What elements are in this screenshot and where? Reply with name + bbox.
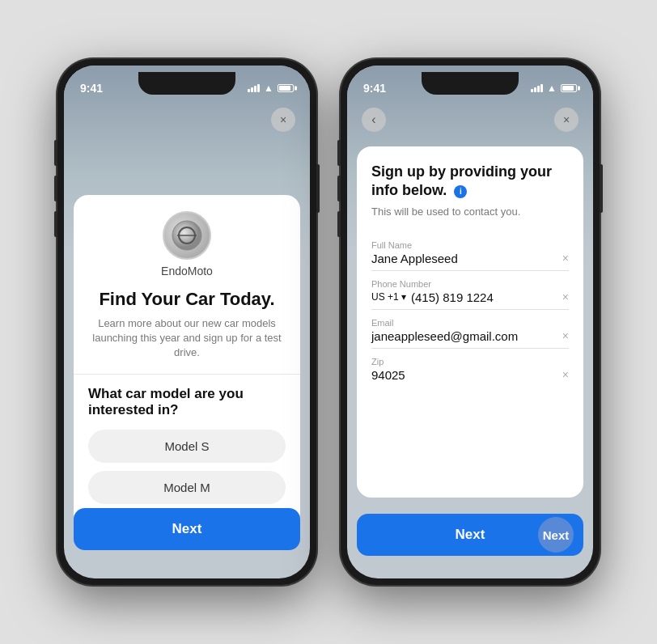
back-icon: ‹ bbox=[371, 112, 375, 127]
phone-2-screen: 9:41 ▲ ‹ × bbox=[347, 66, 593, 578]
card-1: EndoMoto Find Your Car Today. Learn more… bbox=[74, 195, 300, 528]
email-field[interactable]: Email janeappleseed@gmail.com × bbox=[371, 310, 569, 349]
email-value: janeappleseed@gmail.com × bbox=[371, 329, 569, 343]
option-model-m[interactable]: Model M bbox=[88, 471, 286, 504]
next-button-2[interactable]: Next Next bbox=[357, 514, 583, 556]
close-button-1[interactable]: × bbox=[271, 108, 295, 132]
form-title: Sign up by providing your info below. i bbox=[371, 163, 569, 201]
full-name-label: Full Name bbox=[371, 240, 569, 250]
logo-area: EndoMoto bbox=[88, 211, 286, 278]
card-desc-1: Learn more about our new car models laun… bbox=[88, 316, 286, 361]
next-button-1[interactable]: Next bbox=[74, 508, 300, 550]
signal-icon-1 bbox=[248, 84, 260, 92]
notch-2 bbox=[422, 72, 519, 95]
brand-name: EndoMoto bbox=[161, 265, 213, 278]
phone-prefix: US +1 ▾ bbox=[371, 291, 406, 303]
phone-field[interactable]: Phone Number US +1 ▾ (415) 819 1224 × bbox=[371, 271, 569, 310]
full-name-value: Jane Appleseed × bbox=[371, 252, 569, 265]
phone-2: 9:41 ▲ ‹ × bbox=[341, 59, 600, 585]
question-text: What car model are you interested in? bbox=[88, 386, 286, 418]
zip-value: 94025 × bbox=[371, 368, 569, 382]
signal-icon-2 bbox=[531, 84, 543, 92]
battery-icon-2 bbox=[561, 84, 577, 92]
option-model-s[interactable]: Model S bbox=[88, 430, 286, 463]
card-title-1: Find Your Car Today. bbox=[88, 289, 286, 310]
phone-1-screen: 9:41 ▲ × bbox=[64, 66, 310, 578]
form-subtitle: This will be used to contact you. bbox=[371, 205, 569, 218]
close-button-2[interactable]: × bbox=[554, 108, 579, 132]
brand-logo bbox=[163, 211, 211, 260]
wifi-icon-2: ▲ bbox=[547, 83, 557, 94]
phone-1: 9:41 ▲ × bbox=[57, 59, 316, 585]
info-icon[interactable]: i bbox=[454, 185, 467, 198]
full-name-field[interactable]: Full Name Jane Appleseed × bbox=[371, 232, 569, 271]
email-label: Email bbox=[371, 318, 569, 328]
full-name-clear[interactable]: × bbox=[562, 252, 569, 265]
zip-field[interactable]: Zip 94025 × bbox=[371, 349, 569, 387]
battery-icon-1 bbox=[278, 84, 294, 92]
next-button-overlay: Next bbox=[538, 517, 574, 553]
zip-clear[interactable]: × bbox=[562, 368, 569, 381]
phone-label: Phone Number bbox=[371, 279, 569, 289]
wifi-icon-1: ▲ bbox=[264, 83, 273, 94]
status-icons-2: ▲ bbox=[531, 83, 577, 94]
logo-svg bbox=[171, 219, 203, 252]
time-1: 9:41 bbox=[80, 82, 103, 95]
zip-label: Zip bbox=[371, 357, 569, 366]
phone-clear[interactable]: × bbox=[562, 290, 569, 303]
notch bbox=[138, 72, 235, 95]
phone-value: US +1 ▾ (415) 819 1224 × bbox=[371, 290, 569, 304]
time-2: 9:41 bbox=[363, 82, 386, 95]
status-icons-1: ▲ bbox=[248, 83, 294, 94]
form-card: Sign up by providing your info below. i … bbox=[357, 146, 583, 498]
back-button[interactable]: ‹ bbox=[362, 108, 386, 132]
divider-1 bbox=[74, 374, 300, 375]
email-clear[interactable]: × bbox=[562, 329, 569, 342]
